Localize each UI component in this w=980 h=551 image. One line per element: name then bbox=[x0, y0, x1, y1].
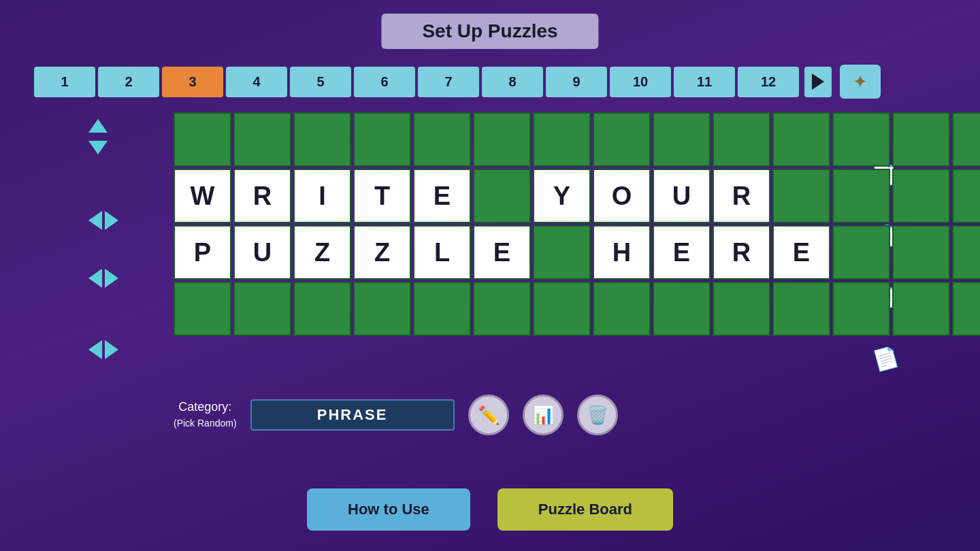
cell-4-12[interactable] bbox=[832, 282, 890, 336]
tab-9[interactable]: 9 bbox=[546, 67, 607, 97]
arrow-left-icon[interactable] bbox=[88, 340, 102, 359]
cell-4-2[interactable] bbox=[233, 282, 291, 336]
tab-5[interactable]: 5 bbox=[290, 67, 351, 97]
category-row: Category: (Pick Random) ✏️ 📊 🗑️ bbox=[174, 395, 618, 435]
category-label: Category: (Pick Random) bbox=[174, 399, 237, 431]
cell-2-1[interactable]: W bbox=[174, 169, 231, 223]
cell-4-8[interactable] bbox=[593, 282, 651, 336]
settings-button[interactable]: ✦ bbox=[840, 65, 881, 99]
tab-4[interactable]: 4 bbox=[226, 67, 287, 97]
cell-1-1[interactable] bbox=[174, 112, 231, 167]
paper-icon-4[interactable]: 📄 bbox=[870, 344, 901, 373]
cell-2-7[interactable]: Y bbox=[533, 169, 591, 223]
cell-3-1[interactable]: P bbox=[174, 225, 231, 280]
cell-1-9[interactable] bbox=[653, 112, 710, 167]
cell-2-10[interactable]: R bbox=[713, 169, 770, 223]
cell-2-4[interactable]: T bbox=[353, 169, 411, 223]
grid-row-4 bbox=[174, 282, 909, 336]
tab-10[interactable]: 10 bbox=[610, 67, 671, 97]
cell-3-9[interactable]: E bbox=[653, 225, 710, 280]
puzzle-board-button[interactable]: Puzzle Board bbox=[497, 488, 673, 531]
tab-1[interactable]: 1 bbox=[34, 67, 95, 97]
category-input[interactable] bbox=[250, 399, 455, 431]
cell-3-8[interactable]: H bbox=[593, 225, 651, 280]
cell-3-13[interactable] bbox=[892, 225, 950, 280]
cell-4-9[interactable] bbox=[653, 282, 710, 336]
cell-4-4[interactable] bbox=[353, 282, 411, 336]
cell-4-6[interactable] bbox=[473, 282, 531, 336]
cell-4-10[interactable] bbox=[713, 282, 770, 336]
chart-button[interactable]: 📊 bbox=[523, 395, 564, 435]
cell-2-8[interactable]: O bbox=[593, 169, 651, 223]
cell-2-12[interactable] bbox=[832, 169, 890, 223]
edit-button[interactable]: ✏️ bbox=[468, 395, 509, 435]
bottom-buttons: How to Use Puzzle Board bbox=[307, 488, 673, 531]
cell-2-14[interactable] bbox=[952, 169, 980, 223]
tab-3[interactable]: 3 bbox=[162, 67, 223, 97]
cell-4-3[interactable] bbox=[293, 282, 351, 336]
cell-4-5[interactable] bbox=[413, 282, 471, 336]
grid-row-3: P U Z Z L E H E R E bbox=[174, 225, 909, 280]
cell-4-7[interactable] bbox=[533, 282, 591, 336]
cell-3-2[interactable]: U bbox=[233, 225, 291, 280]
cell-1-12[interactable] bbox=[832, 112, 890, 167]
cell-1-3[interactable] bbox=[293, 112, 351, 167]
cell-3-12[interactable] bbox=[832, 225, 890, 280]
how-to-use-button[interactable]: How to Use bbox=[307, 488, 470, 531]
gear-icon: ✦ bbox=[853, 71, 868, 93]
cell-4-13[interactable] bbox=[892, 282, 950, 336]
cell-2-2[interactable]: R bbox=[233, 169, 291, 223]
cell-1-11[interactable] bbox=[772, 112, 830, 167]
cell-4-1[interactable] bbox=[174, 282, 231, 336]
cell-1-10[interactable] bbox=[713, 112, 770, 167]
arrow-right-icon[interactable] bbox=[105, 269, 118, 288]
cell-2-3[interactable]: I bbox=[293, 169, 351, 223]
cell-3-14[interactable] bbox=[952, 225, 980, 280]
cell-3-11[interactable]: E bbox=[772, 225, 830, 280]
tab-2[interactable]: 2 bbox=[98, 67, 159, 97]
row4-arrow-group bbox=[88, 340, 118, 359]
arrow-right-icon[interactable] bbox=[105, 340, 118, 359]
cell-1-7[interactable] bbox=[533, 112, 591, 167]
delete-button[interactable]: 🗑️ bbox=[577, 395, 618, 435]
tab-6[interactable]: 6 bbox=[354, 67, 415, 97]
page-title: Set Up Puzzles bbox=[381, 14, 598, 49]
row3-arrow-group bbox=[88, 269, 118, 288]
cell-4-14[interactable] bbox=[952, 282, 980, 336]
arrow-right-icon bbox=[812, 73, 824, 90]
cell-1-2[interactable] bbox=[233, 112, 291, 167]
cell-3-3[interactable]: Z bbox=[293, 225, 351, 280]
tab-8[interactable]: 8 bbox=[482, 67, 543, 97]
cell-1-14[interactable] bbox=[952, 112, 980, 167]
tabs-row: 1 2 3 4 5 6 7 8 9 10 11 12 ✦ bbox=[34, 65, 946, 99]
grid-row-2: W R I T E Y O U R bbox=[174, 169, 909, 223]
cell-3-4[interactable]: Z bbox=[353, 225, 411, 280]
arrow-left-icon[interactable] bbox=[88, 269, 102, 288]
tab-7[interactable]: 7 bbox=[418, 67, 479, 97]
cell-2-11[interactable] bbox=[772, 169, 830, 223]
cell-1-5[interactable] bbox=[413, 112, 471, 167]
puzzle-grid: W R I T E Y O U R P U Z Z L E H E R E bbox=[174, 112, 909, 338]
cell-3-7[interactable] bbox=[533, 225, 591, 280]
cell-2-13[interactable] bbox=[892, 169, 950, 223]
arrow-up-icon[interactable] bbox=[88, 119, 108, 133]
arrow-left-icon[interactable] bbox=[88, 211, 102, 230]
cell-1-8[interactable] bbox=[593, 112, 651, 167]
tabs-next-arrow[interactable] bbox=[804, 67, 832, 97]
row2-arrow-group bbox=[88, 211, 118, 230]
cell-2-9[interactable]: U bbox=[653, 169, 710, 223]
grid-row-1 bbox=[174, 112, 909, 167]
cell-2-5[interactable]: E bbox=[413, 169, 471, 223]
cell-3-10[interactable]: R bbox=[713, 225, 770, 280]
cell-4-11[interactable] bbox=[772, 282, 830, 336]
cell-3-6[interactable]: E bbox=[473, 225, 531, 280]
arrow-down-icon[interactable] bbox=[88, 141, 108, 154]
cell-2-6[interactable] bbox=[473, 169, 531, 223]
arrow-right-icon[interactable] bbox=[105, 211, 118, 230]
cell-1-4[interactable] bbox=[353, 112, 411, 167]
cell-1-13[interactable] bbox=[892, 112, 950, 167]
cell-1-6[interactable] bbox=[473, 112, 531, 167]
tab-11[interactable]: 11 bbox=[674, 67, 735, 97]
tab-12[interactable]: 12 bbox=[738, 67, 799, 97]
cell-3-5[interactable]: L bbox=[413, 225, 471, 280]
